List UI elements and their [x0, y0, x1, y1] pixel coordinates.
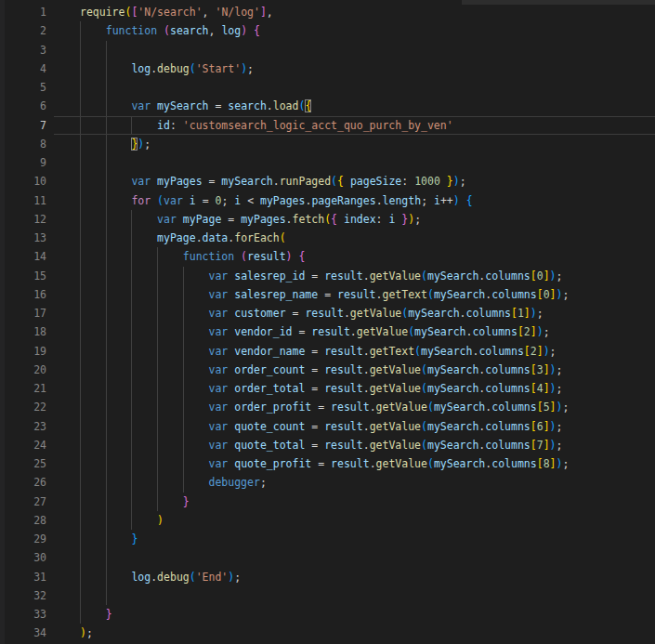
code-text: var mySearch = search.load({ [80, 97, 311, 115]
line-number[interactable]: 12 [0, 210, 46, 229]
line-number[interactable]: 23 [0, 417, 46, 436]
indent-guide [131, 511, 132, 530]
token-b3: { [466, 194, 473, 207]
line-number[interactable]: 14 [0, 247, 46, 266]
code-line-15[interactable]: 15 var salesrep_id = result.getValue(myS… [0, 267, 655, 285]
code-line-5[interactable]: 5 [0, 78, 655, 97]
code-line-1[interactable]: 1require(['N/search', 'N/log'], [0, 3, 655, 21]
token-vr: pageSize [350, 175, 401, 188]
code-line-20[interactable]: 20 var order_count = result.getValue(myS… [0, 361, 655, 379]
line-number[interactable]: 20 [0, 361, 46, 379]
line-number[interactable]: 11 [0, 191, 46, 210]
line-number[interactable]: 27 [0, 493, 46, 511]
token-b1: [ [537, 288, 544, 301]
line-number[interactable]: 16 [0, 285, 46, 304]
code-line-27[interactable]: 27 } [0, 493, 655, 511]
line-number[interactable]: 6 [0, 97, 46, 115]
token-vr: data [203, 231, 229, 244]
code-line-25[interactable]: 25 var quote_profit = result.getValue(my… [0, 454, 655, 473]
line-number[interactable]: 8 [0, 135, 46, 153]
indent-guide [157, 322, 158, 341]
code-line-16[interactable]: 16 var salesrep_name = result.getText(my… [0, 285, 655, 304]
code-line-7[interactable]: 7 id: 'customsearch_logic_acct_quo_purch… [0, 116, 655, 135]
code-line-13[interactable]: 13 myPage.data.forEach( [0, 229, 655, 247]
code-line-11[interactable]: 11 for (var i = 0; i < myPages.pageRange… [0, 191, 655, 210]
line-number[interactable]: 34 [0, 624, 46, 642]
line-number[interactable]: 17 [0, 304, 46, 322]
indent-guide [80, 41, 81, 59]
line-number[interactable]: 26 [0, 473, 46, 492]
code-line-30[interactable]: 30 [0, 548, 655, 567]
token-str: 'N/search' [138, 6, 202, 19]
code-line-18[interactable]: 18 var vendor_id = result.getValue(mySea… [0, 322, 655, 341]
token-vr: myPages [241, 213, 285, 226]
line-number[interactable]: 25 [0, 454, 46, 473]
line-number[interactable]: 15 [0, 267, 46, 285]
line-number[interactable]: 18 [0, 322, 46, 341]
code-line-8[interactable]: 8 }); [0, 135, 655, 153]
code-line-33[interactable]: 33 } [0, 605, 655, 624]
token-pun: . [370, 457, 376, 470]
line-number[interactable]: 33 [0, 605, 46, 624]
code-line-24[interactable]: 24 var quote_total = result.getValue(myS… [0, 436, 655, 454]
line-number[interactable]: 13 [0, 229, 46, 247]
line-number[interactable]: 28 [0, 511, 46, 530]
indent-guide [80, 454, 81, 473]
token-pun: ; [562, 457, 569, 470]
code-line-32[interactable]: 32 [0, 586, 655, 605]
token-vr: columns [491, 457, 536, 470]
code-line-29[interactable]: 29 } [0, 530, 655, 548]
token-pun: ; [460, 175, 466, 188]
indent-guide [80, 493, 81, 511]
token-pun: ; [550, 345, 557, 358]
line-number[interactable]: 22 [0, 398, 46, 416]
code-line-34[interactable]: 34); [0, 624, 655, 642]
code-line-26[interactable]: 26 debugger; [0, 473, 655, 492]
code-line-12[interactable]: 12 var myPage = myPages.fetch({ index: i… [0, 210, 655, 229]
code-line-10[interactable]: 10 var myPages = mySearch.runPaged({ pag… [0, 172, 655, 191]
code-line-19[interactable]: 19 var vendor_name = result.getText(mySe… [0, 342, 655, 361]
code-line-2[interactable]: 2 function (search, log) { [0, 21, 655, 40]
line-number[interactable]: 9 [0, 153, 46, 172]
code-line-23[interactable]: 23 var quote_count = result.getValue(myS… [0, 417, 655, 436]
line-number[interactable]: 30 [0, 548, 46, 567]
code-line-22[interactable]: 22 var order_profit = result.getValue(my… [0, 398, 655, 416]
line-number[interactable]: 1 [0, 3, 46, 21]
code-text: var order_total = result.getValue(mySear… [80, 379, 562, 398]
line-number[interactable]: 5 [0, 78, 46, 97]
token-vr: columns [472, 325, 517, 338]
code-line-28[interactable]: 28 ) [0, 511, 655, 530]
code-line-31[interactable]: 31 log.debug('End'); [0, 568, 655, 586]
token-b2: } [183, 495, 190, 508]
code-line-4[interactable]: 4 log.debug('Start'); [0, 59, 655, 78]
token-b3: ( [157, 194, 164, 207]
code-line-3[interactable]: 3 [0, 41, 655, 59]
token-pun: . [370, 401, 376, 414]
indent-guide [157, 417, 158, 436]
line-number[interactable]: 32 [0, 586, 46, 605]
code-line-21[interactable]: 21 var order_total = result.getValue(myS… [0, 379, 655, 398]
line-number[interactable]: 7 [0, 116, 46, 135]
line-number[interactable]: 21 [0, 379, 46, 398]
line-number[interactable]: 31 [0, 568, 46, 586]
indent-guide [106, 530, 107, 548]
token-kw: var [208, 307, 228, 320]
token-b1: [ [531, 363, 537, 376]
line-number[interactable]: 10 [0, 172, 46, 191]
line-number[interactable]: 29 [0, 530, 46, 548]
line-number[interactable]: 4 [0, 59, 46, 78]
indent-guide [183, 342, 184, 361]
code-line-17[interactable]: 17 var customer = result.getValue(mySear… [0, 304, 655, 322]
code-line-9[interactable]: 9 [0, 153, 655, 172]
token-pun [460, 194, 466, 207]
code-line-6[interactable]: 6 var mySearch = search.load({ [0, 97, 655, 115]
line-number[interactable]: 24 [0, 436, 46, 454]
line-number[interactable]: 2 [0, 21, 46, 40]
indent-guide [80, 342, 81, 361]
line-number[interactable]: 3 [0, 41, 46, 59]
code-line-14[interactable]: 14 function (result) { [0, 247, 655, 266]
token-pun: , [267, 6, 273, 19]
line-number[interactable]: 19 [0, 342, 46, 361]
token-b3: ( [427, 401, 434, 414]
token-num: 3 [537, 363, 544, 376]
